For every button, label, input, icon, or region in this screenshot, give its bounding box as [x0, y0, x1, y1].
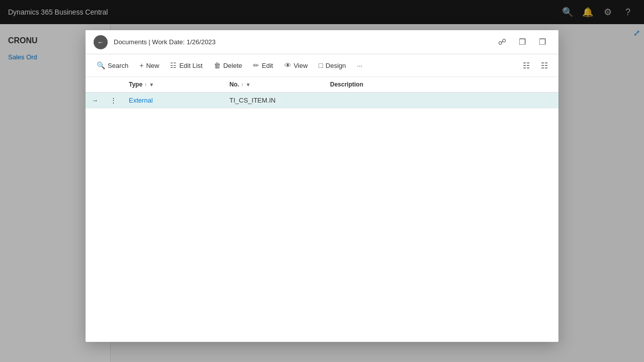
- filter-icon[interactable]: ☷: [518, 57, 534, 73]
- edit-list-label: Edit List: [179, 62, 202, 69]
- cell-type[interactable]: External: [123, 93, 223, 109]
- modal-header: ← Documents | Work Date: 1/26/2023 ☍ ❐ ❐: [86, 30, 558, 54]
- modal-title: Documents | Work Date: 1/26/2023: [114, 38, 216, 46]
- modal-header-right: ☍ ❐ ❐: [494, 34, 550, 50]
- new-button[interactable]: + New: [134, 59, 164, 72]
- col-description-header: Description: [324, 77, 558, 93]
- no-sort-asc-icon: ↑: [241, 82, 244, 87]
- new-label: New: [146, 62, 159, 69]
- col-type-header[interactable]: Type ↑ ▼: [123, 77, 223, 93]
- search-label: Search: [108, 62, 128, 69]
- more-button[interactable]: ···: [352, 59, 368, 72]
- edit-list-icon: ☷: [170, 61, 177, 69]
- toolbar-right-actions: ☷ ☷: [518, 57, 552, 73]
- bookmark-icon[interactable]: ☍: [494, 34, 510, 50]
- type-link[interactable]: External: [129, 97, 153, 104]
- edit-button[interactable]: ✏ Edit: [248, 59, 278, 72]
- view-icon: 👁: [284, 61, 291, 69]
- design-button[interactable]: □ Design: [314, 59, 351, 72]
- search-button[interactable]: 🔍 Search: [92, 59, 133, 72]
- view-button[interactable]: 👁 View: [279, 59, 313, 72]
- modal-overlay: ← Documents | Work Date: 1/26/2023 ☍ ❐ ❐…: [0, 0, 644, 362]
- new-btn-icon: +: [139, 61, 143, 69]
- type-filter-icon[interactable]: ▼: [149, 82, 154, 87]
- col-arrow-header: [86, 77, 104, 93]
- modal-header-left: ← Documents | Work Date: 1/26/2023: [94, 35, 216, 49]
- design-label: Design: [326, 62, 346, 69]
- type-sort-asc-icon: ↑: [144, 82, 147, 87]
- edit-label: Edit: [262, 62, 273, 69]
- col-no-header[interactable]: No. ↑ ▼: [223, 77, 324, 93]
- no-filter-icon[interactable]: ▼: [246, 82, 251, 87]
- edit-icon: ✏: [253, 61, 259, 69]
- row-arrow: →: [86, 93, 104, 109]
- cell-description: [324, 93, 558, 109]
- open-external-icon[interactable]: ❐: [514, 34, 530, 50]
- more-label: ···: [357, 62, 363, 69]
- col-no-label: No.: [229, 81, 239, 88]
- fullscreen-icon[interactable]: ❐: [534, 34, 550, 50]
- row-context-menu[interactable]: ⋮: [104, 93, 123, 109]
- col-description-label: Description: [330, 81, 363, 88]
- delete-label: Delete: [223, 62, 243, 69]
- documents-modal: ← Documents | Work Date: 1/26/2023 ☍ ❐ ❐…: [86, 30, 558, 342]
- search-btn-icon: 🔍: [97, 61, 105, 69]
- delete-icon: 🗑: [214, 61, 221, 69]
- modal-toolbar: 🔍 Search + New ☷ Edit List 🗑 Delete ✏ Ed…: [86, 54, 558, 77]
- cell-no: TI_CS_ITEM.IN: [223, 93, 324, 109]
- design-icon: □: [319, 61, 323, 69]
- col-dots-header: [104, 77, 123, 93]
- modal-content: Type ↑ ▼ No. ↑ ▼: [86, 77, 558, 342]
- table-row[interactable]: → ⋮ External TI_CS_ITEM.IN: [86, 93, 558, 109]
- back-button[interactable]: ←: [94, 35, 108, 49]
- delete-button[interactable]: 🗑 Delete: [209, 59, 248, 72]
- documents-table: Type ↑ ▼ No. ↑ ▼: [86, 77, 558, 109]
- col-type-label: Type: [129, 81, 142, 88]
- table-header-row: Type ↑ ▼ No. ↑ ▼: [86, 77, 558, 93]
- column-settings-icon[interactable]: ☷: [536, 57, 552, 73]
- edit-list-button[interactable]: ☷ Edit List: [165, 59, 207, 72]
- view-label: View: [294, 62, 308, 69]
